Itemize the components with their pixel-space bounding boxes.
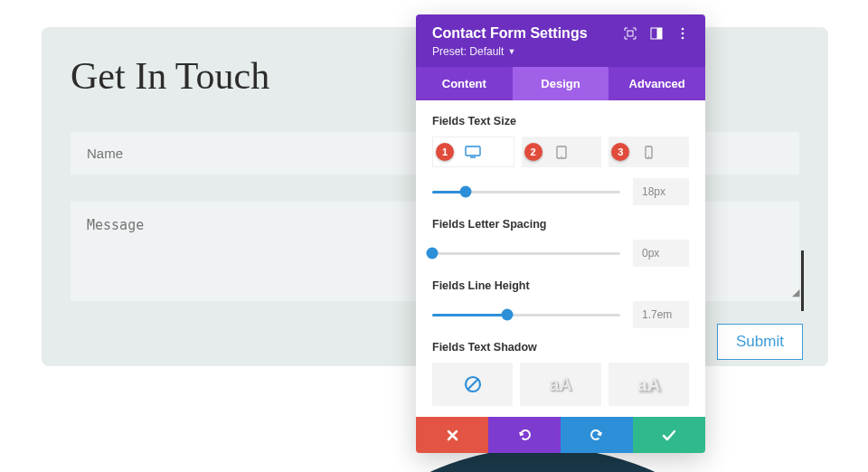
shadow-style-1[interactable]: aA bbox=[520, 363, 600, 406]
device-row: 1 2 3 bbox=[432, 137, 689, 167]
textarea-focus-border bbox=[801, 250, 804, 311]
phone-icon bbox=[645, 146, 653, 159]
svg-point-8 bbox=[561, 156, 561, 156]
marker-2: 2 bbox=[524, 143, 542, 161]
text-size-slider[interactable] bbox=[432, 178, 689, 205]
marker-3: 3 bbox=[611, 143, 629, 161]
text-shadow-label: Fields Text Shadow bbox=[432, 341, 689, 354]
line-height-value[interactable] bbox=[633, 301, 689, 328]
snap-icon[interactable] bbox=[649, 27, 663, 41]
letter-spacing-slider[interactable] bbox=[432, 240, 689, 267]
marker-1: 1 bbox=[436, 143, 454, 161]
svg-point-4 bbox=[681, 33, 684, 35]
panel-body: Fields Text Size 1 2 3 Fields Letter Spa… bbox=[416, 100, 705, 417]
tablet-icon bbox=[556, 146, 567, 159]
tab-design[interactable]: Design bbox=[513, 67, 609, 100]
tab-advanced[interactable]: Advanced bbox=[609, 67, 705, 100]
text-size-label: Fields Text Size bbox=[432, 115, 689, 127]
check-icon bbox=[662, 430, 676, 441]
desktop-icon bbox=[465, 146, 481, 158]
undo-button[interactable] bbox=[488, 417, 561, 453]
svg-point-5 bbox=[681, 37, 684, 40]
preset-selector[interactable]: Preset: Default ▼ bbox=[432, 45, 689, 58]
resize-handle-icon[interactable]: ◢ bbox=[792, 287, 803, 297]
panel-footer bbox=[416, 417, 705, 453]
shadow-none[interactable] bbox=[432, 363, 513, 406]
letter-spacing-value[interactable] bbox=[633, 240, 689, 267]
line-height-label: Fields Line Height bbox=[432, 279, 689, 292]
letter-spacing-label: Fields Letter Spacing bbox=[432, 218, 689, 231]
undo-icon bbox=[517, 428, 532, 442]
svg-rect-0 bbox=[627, 31, 633, 36]
device-desktop[interactable]: 1 bbox=[432, 137, 514, 167]
svg-rect-2 bbox=[656, 28, 662, 39]
svg-point-10 bbox=[648, 156, 649, 156]
shadow-style-2[interactable]: aA bbox=[609, 363, 689, 406]
svg-line-12 bbox=[467, 379, 478, 390]
expand-icon[interactable] bbox=[623, 27, 637, 41]
device-phone[interactable]: 3 bbox=[609, 137, 689, 167]
none-icon bbox=[463, 374, 483, 394]
preset-label: Preset: Default bbox=[432, 45, 504, 58]
more-icon[interactable] bbox=[675, 27, 689, 41]
text-shadow-options: aA aA bbox=[432, 363, 689, 406]
panel-title: Contact Form Settings bbox=[432, 25, 588, 42]
confirm-button[interactable] bbox=[633, 417, 705, 453]
svg-rect-6 bbox=[466, 146, 480, 156]
line-height-slider[interactable] bbox=[432, 301, 689, 328]
text-size-value[interactable] bbox=[633, 178, 689, 205]
svg-point-3 bbox=[681, 28, 684, 31]
device-tablet[interactable]: 2 bbox=[522, 137, 602, 167]
settings-panel: Contact Form Settings Preset: Default ▼ … bbox=[416, 14, 705, 453]
panel-header: Contact Form Settings Preset: Default ▼ bbox=[416, 14, 705, 67]
cancel-button[interactable] bbox=[416, 417, 488, 453]
redo-icon bbox=[590, 428, 604, 442]
panel-tabs: Content Design Advanced bbox=[416, 67, 705, 100]
submit-button[interactable]: Submit bbox=[717, 324, 803, 360]
tab-content[interactable]: Content bbox=[416, 67, 513, 100]
close-icon bbox=[447, 430, 458, 441]
chevron-down-icon: ▼ bbox=[507, 47, 515, 56]
redo-button[interactable] bbox=[561, 417, 633, 453]
